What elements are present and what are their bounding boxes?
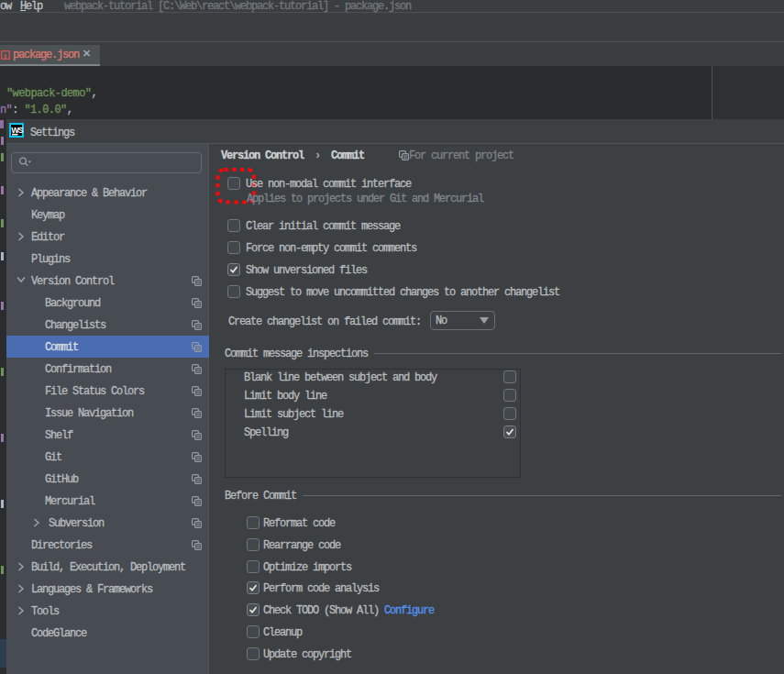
svg-text:WS: WS [11,126,23,135]
